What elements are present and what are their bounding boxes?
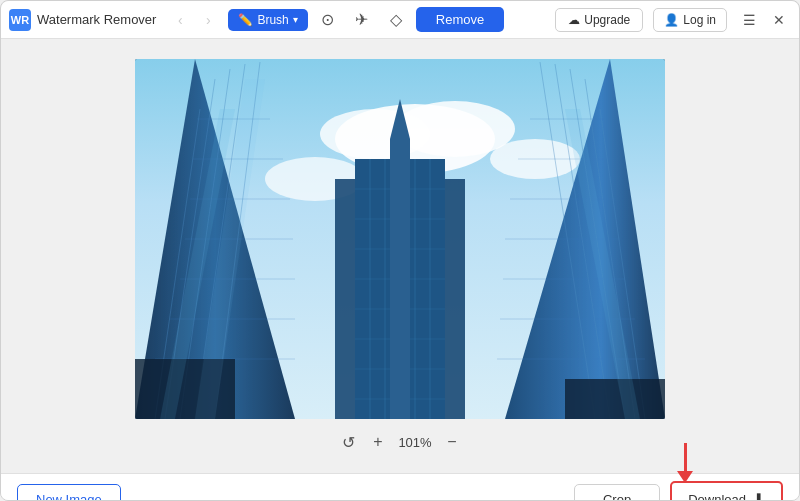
eraser-icon: ◇ (390, 10, 402, 29)
svg-rect-47 (390, 139, 410, 419)
window-controls: ☰ ✕ (737, 8, 791, 32)
lasso-tool-button[interactable]: ⊙ (314, 6, 342, 34)
toolbar-right: ☁ Upgrade 👤 Log in ☰ ✕ (555, 8, 791, 32)
svg-rect-50 (565, 379, 665, 419)
bottom-bar: New Image Crop Download ⬇ (1, 473, 799, 501)
arrow-shaft (684, 443, 687, 471)
bottom-right-actions: Crop Download ⬇ (574, 481, 783, 501)
zoom-in-button[interactable]: + (367, 431, 389, 453)
download-button[interactable]: Download ⬇ (670, 481, 783, 501)
upgrade-button[interactable]: ☁ Upgrade (555, 8, 643, 32)
toolbar-tools: ✏️ Brush ▾ ⊙ ✈ ◇ Remove (228, 6, 555, 34)
download-icon: ⬇ (752, 490, 765, 501)
download-arrow (677, 443, 693, 483)
svg-point-3 (320, 109, 430, 159)
close-button[interactable]: ✕ (767, 8, 791, 32)
zoom-level-display: 101% (397, 435, 433, 450)
pin-icon: ✈ (355, 10, 368, 29)
user-icon: 👤 (664, 13, 679, 27)
image-viewport (135, 59, 665, 419)
zoom-reset-button[interactable]: ↺ (337, 431, 359, 453)
lasso-icon: ⊙ (321, 10, 334, 29)
main-canvas: ↺ + 101% − (1, 39, 799, 473)
back-button[interactable]: ‹ (168, 8, 192, 32)
eraser-tool-button[interactable]: ◇ (382, 6, 410, 34)
zoom-controls: ↺ + 101% − (337, 431, 463, 453)
login-button[interactable]: 👤 Log in (653, 8, 727, 32)
dropdown-arrow-icon: ▾ (293, 14, 298, 25)
brush-icon: ✏️ (238, 13, 253, 27)
title-bar: WR Watermark Remover ‹ › ✏️ Brush ▾ ⊙ ✈ … (1, 1, 799, 39)
remove-button[interactable]: Remove (416, 7, 504, 32)
canvas-image (135, 59, 665, 419)
forward-button[interactable]: › (196, 8, 220, 32)
arrow-head (677, 471, 693, 483)
new-image-button[interactable]: New Image (17, 484, 121, 501)
app-logo: WR (9, 9, 31, 31)
upgrade-icon: ☁ (568, 13, 580, 27)
zoom-out-button[interactable]: − (441, 431, 463, 453)
crop-button[interactable]: Crop (574, 484, 660, 501)
app-title: Watermark Remover (37, 12, 156, 27)
brush-tool-button[interactable]: ✏️ Brush ▾ (228, 9, 307, 31)
nav-controls: ‹ › (168, 8, 220, 32)
menu-button[interactable]: ☰ (737, 8, 761, 32)
pin-tool-button[interactable]: ✈ (348, 6, 376, 34)
